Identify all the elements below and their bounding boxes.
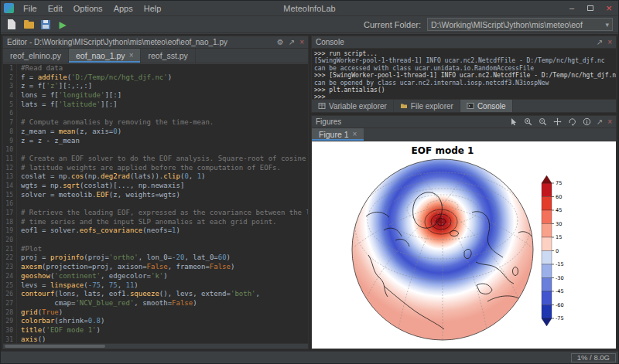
code-line[interactable]: 8z_mean = mean(z, axis=0)	[3, 128, 308, 137]
cursor-icon[interactable]	[508, 117, 518, 127]
code-line[interactable]: 12# latitude weights are applied before …	[3, 164, 308, 173]
code-line[interactable]: 29colorbar(shrink=0.8)	[3, 317, 308, 326]
code-line[interactable]: 4lons = f['longitude'][:]	[3, 91, 308, 100]
line-number: 12	[3, 164, 17, 173]
code-line[interactable]: 21#Plot	[3, 245, 308, 254]
line-number: 11	[3, 155, 17, 164]
colorbar-tick-label: 30	[556, 221, 562, 227]
line-number: 8	[3, 128, 17, 137]
tab-console[interactable]: Console	[460, 100, 513, 112]
tab-reof-sst[interactable]: reof_sst.py	[141, 49, 195, 63]
explorer-tabbar: Variable explorer File explorer Console	[312, 99, 616, 112]
menu-help[interactable]: Help	[139, 1, 167, 16]
line-number: 24	[3, 272, 17, 281]
code-editor[interactable]: 1#Read data2f = addfile('D:/Temp/nc/hgt_…	[3, 64, 308, 343]
code-line[interactable]: 26contourf(lons, lats, eof1.squeeze(), l…	[3, 290, 308, 299]
code-line[interactable]: 1#Read data	[3, 64, 308, 73]
run-script-button[interactable]: ▶	[56, 18, 70, 32]
float-panel-icon[interactable]: ↗	[289, 39, 295, 46]
maximize-icon[interactable]	[581, 1, 600, 16]
code-line[interactable]: 27 cmap='NCV_blue_red', smooth=False)	[3, 299, 308, 308]
float-panel-icon[interactable]: ↗	[597, 118, 603, 126]
console-output[interactable]: >>> run script...[SwingWorker-pool-1-thr…	[312, 49, 616, 99]
code-line[interactable]: 2f = addfile('D:/Temp/nc/hgt_djf.nc')	[3, 73, 308, 83]
info-icon[interactable]	[582, 117, 592, 127]
zoom-out-icon[interactable]	[538, 117, 548, 127]
colorbar-tick-label: -60	[556, 302, 564, 308]
tab-variable-explorer[interactable]: Variable explorer	[312, 100, 394, 112]
close-tab-icon[interactable]: ×	[129, 52, 134, 60]
float-panel-icon[interactable]: ↗	[597, 39, 603, 46]
code-line[interactable]: 10	[3, 145, 308, 155]
code-line[interactable]: 23axesm(projection=proj, axison=False, f…	[3, 263, 308, 272]
code-line[interactable]: 3z = f['z'][:,:,:]	[3, 82, 308, 91]
code-line[interactable]: 22proj = projinfo(proj='ortho', lon_0=-2…	[3, 253, 308, 263]
colorbar-tick-label: 60	[556, 194, 562, 200]
rotate-icon[interactable]	[567, 117, 577, 127]
code-line[interactable]: 25levs = linspace(-75, 75, 11)	[3, 281, 308, 291]
code-line[interactable]: 16	[3, 199, 308, 209]
colorbar-tick-label: 15	[556, 234, 562, 240]
chevron-down-icon[interactable]: ▾	[605, 21, 609, 29]
tab-label: Console	[477, 102, 506, 111]
code-line[interactable]: 11# Create an EOF solver to do the EOF a…	[3, 155, 308, 164]
save-button[interactable]	[39, 18, 53, 32]
code-line[interactable]: 17# Retrieve the leading EOF, expressed …	[3, 209, 308, 218]
console-line: >>>	[314, 94, 614, 99]
open-file-button[interactable]	[22, 18, 36, 32]
code-line[interactable]: 6	[3, 109, 308, 118]
menu-options[interactable]: Options	[68, 1, 108, 16]
tab-file-explorer[interactable]: File explorer	[394, 100, 460, 112]
save-icon	[41, 20, 50, 29]
code-line[interactable]: 9z = z - z_mean	[3, 137, 308, 146]
new-file-button[interactable]	[5, 18, 19, 32]
tab-eof-nao-1[interactable]: eof_nao_1.py ×	[69, 49, 142, 63]
folder-icon	[400, 102, 408, 110]
code-line[interactable]: 15solver = meteolib.EOF(z, weights=wgts)	[3, 191, 308, 200]
menu-edit[interactable]: Edit	[43, 1, 68, 16]
code-line[interactable]: 20	[3, 236, 308, 245]
menu-apps[interactable]: Apps	[108, 1, 139, 16]
close-panel-icon[interactable]: ×	[299, 39, 304, 46]
console-line: can be accessed with class ucar.unidata.…	[314, 65, 614, 72]
figure-title: EOF mode 1	[412, 145, 474, 156]
zoom-in-icon[interactable]	[523, 117, 533, 127]
line-number: 13	[3, 172, 17, 182]
close-tab-icon[interactable]: ×	[353, 131, 357, 138]
line-number: 30	[3, 326, 17, 335]
code-line[interactable]: 13coslat = np.cos(np.deg2rad(lats)).clip…	[3, 172, 308, 182]
code-line[interactable]: 28grid(True)	[3, 308, 308, 318]
code-line[interactable]: 30title('EOF mode 1')	[3, 326, 308, 335]
code-line[interactable]: 14wgts = np.sqrt(coslat)[..., np.newaxis…	[3, 182, 308, 191]
line-number: 31	[3, 335, 17, 343]
console-panel: Console ↗ × >>> run script...[SwingWorke…	[311, 36, 617, 113]
close-icon[interactable]: ×	[600, 1, 618, 16]
menu-file[interactable]: File	[18, 1, 43, 16]
code-line[interactable]: 31axis()	[3, 335, 308, 343]
figure-canvas[interactable]: EOF mode 1	[312, 141, 616, 349]
tab-figure-1[interactable]: Figure 1 ×	[312, 128, 364, 141]
figures-header-title: Figures	[316, 117, 341, 126]
line-number: 22	[3, 253, 17, 263]
code-line[interactable]: 5lats = f['latitude'][:]	[3, 100, 308, 110]
code-line[interactable]: 19eof1 = solver.eofs_covariance(neofs=1)	[3, 226, 308, 236]
run-icon: ▶	[59, 20, 66, 29]
code-line[interactable]: 7# Compute anomalies by removing the tim…	[3, 118, 308, 128]
current-folder-combobox[interactable]: D:\Working\MIScript\Jython\mis\meteo\eof…	[427, 18, 613, 31]
pan-icon[interactable]	[552, 117, 563, 127]
window-controls: – ×	[563, 1, 618, 16]
close-panel-icon[interactable]: ×	[607, 118, 612, 126]
horizontal-scrollbar[interactable]	[3, 343, 308, 349]
code-line[interactable]: 18# time series and the input SLP anomal…	[3, 218, 308, 227]
current-folder-label: Current Folder:	[364, 20, 421, 29]
minimize-icon[interactable]: –	[563, 1, 581, 16]
gear-icon[interactable]: ⚙	[277, 39, 284, 46]
close-panel-icon[interactable]: ×	[607, 39, 612, 46]
tab-label: reof_sst.py	[148, 51, 187, 60]
status-bar: 1% / 8.0G	[1, 351, 618, 363]
line-number: 16	[3, 199, 17, 209]
scrollbar-thumb[interactable]	[5, 345, 105, 348]
tab-reof-elnino[interactable]: reof_elnino.py	[3, 49, 69, 63]
code-line[interactable]: 24geoshow('continent', edgecolor='k')	[3, 272, 308, 281]
colorbar-tick-label: 0	[556, 248, 559, 254]
